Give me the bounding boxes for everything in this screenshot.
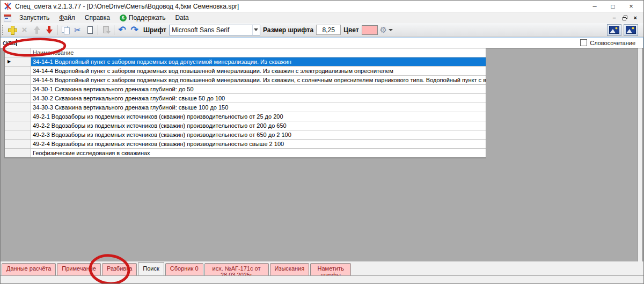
- row-header[interactable]: [5, 140, 31, 148]
- row-header[interactable]: [5, 67, 31, 75]
- row-text[interactable]: 34-30-3 Скважина вертикального дренажа г…: [31, 103, 486, 112]
- row-header[interactable]: [5, 112, 31, 121]
- row-header[interactable]: [5, 94, 31, 103]
- delete-button[interactable]: ×: [18, 24, 31, 36]
- menu-bar: Запустить Файл Справка $ Поддержать Data…: [1, 12, 643, 23]
- image-button-1[interactable]: [607, 24, 621, 36]
- row-header[interactable]: [5, 149, 31, 157]
- row-text[interactable]: 34-14-5 Водопойный пункт с забором подзе…: [31, 76, 486, 84]
- window-controls: – □ ×: [586, 1, 640, 12]
- row-text[interactable]: 49-2-4 Водозаборы из подземных источнико…: [31, 140, 486, 148]
- row-header-corner: [5, 48, 31, 57]
- tab-nametit[interactable]: Наметить шурфы: [310, 263, 351, 275]
- text-caret: [16, 39, 17, 46]
- table-row[interactable]: 34-30-1 Скважина вертикального дренажа г…: [5, 85, 486, 94]
- table-row[interactable]: 34-30-3 Скважина вертикального дренажа г…: [5, 103, 486, 112]
- row-text[interactable]: Геофизические исследования в скважинах: [31, 149, 486, 157]
- add-button[interactable]: [6, 24, 18, 36]
- row-text[interactable]: 34-30-2 Скважина вертикального дренажа г…: [31, 94, 486, 103]
- copy-icon: [62, 26, 69, 34]
- close-button[interactable]: ×: [622, 1, 640, 12]
- tab-razbivka[interactable]: Разбивка: [102, 263, 137, 275]
- table-row[interactable]: 34-14-4 Водопойный пункт с забором подзе…: [5, 67, 486, 76]
- tab-sbornik-0[interactable]: Сборник 0: [165, 263, 203, 275]
- font-size-input[interactable]: 8,25: [316, 25, 341, 35]
- move-down-button[interactable]: [43, 24, 55, 36]
- results-table: Наименование ▶ 34-14-1 Водопойный пункт …: [4, 48, 486, 158]
- menu-item-run[interactable]: Запустить: [14, 13, 54, 23]
- row-header[interactable]: [5, 103, 31, 112]
- phrase-checkbox[interactable]: [580, 39, 587, 46]
- row-text[interactable]: 34-14-1 Водопойный пункт с забором подзе…: [31, 57, 486, 66]
- tab-isx-ag-171s[interactable]: исх. №АГ-171с от 28.03.2025г: [204, 263, 269, 275]
- menu-item-donate[interactable]: $ Поддержать: [115, 13, 171, 23]
- font-label: Шрифт: [143, 26, 166, 34]
- minimize-button[interactable]: –: [586, 1, 604, 12]
- row-header[interactable]: ▶: [5, 57, 31, 66]
- table-row[interactable]: 34-30-2 Скважина вертикального дренажа г…: [5, 94, 486, 103]
- tab-dannye-rascheta[interactable]: Данные расчёта: [2, 263, 56, 275]
- menu-item-help[interactable]: Справка: [80, 13, 115, 23]
- row-text[interactable]: 49-2-1 Водозаборы из подземных источнико…: [31, 112, 486, 121]
- cut-button[interactable]: ✂: [71, 24, 84, 36]
- toolbar-separator: [114, 25, 114, 35]
- toolbar-separator: [98, 25, 98, 35]
- menu-item-data[interactable]: Data: [170, 13, 193, 23]
- vertical-scrollbar[interactable]: [638, 48, 642, 261]
- table-row[interactable]: 34-14-5 Водопойный пункт с забором подзе…: [5, 76, 486, 85]
- row-text[interactable]: 34-30-1 Скважина вертикального дренажа г…: [31, 85, 486, 93]
- maximize-button[interactable]: □: [604, 1, 622, 12]
- status-strip: [1, 275, 643, 284]
- image-button-2[interactable]: [624, 24, 638, 36]
- color-swatch[interactable]: [362, 25, 378, 35]
- row-header[interactable]: [5, 76, 31, 84]
- tab-izyskaniya[interactable]: Изыскания: [270, 263, 310, 275]
- chevron-down-icon[interactable]: [252, 25, 260, 35]
- delete-x-icon: ×: [22, 25, 27, 34]
- toolbar: × ✂ ↶ ↷ Шрифт Microsoft Sans Serif Разме…: [1, 23, 643, 37]
- table-row[interactable]: 49-2-3 Водозаборы из подземных источнико…: [5, 130, 486, 140]
- tab-poisk[interactable]: Поиск: [138, 262, 164, 275]
- redo-button[interactable]: ↷: [128, 24, 141, 36]
- redo-icon: ↷: [130, 25, 138, 34]
- settings-button[interactable]: ⚙: [378, 25, 395, 35]
- arrow-down-icon: [46, 26, 53, 34]
- toolbar-right-group: [607, 24, 641, 36]
- arrow-up-icon: [34, 26, 40, 34]
- paste-button[interactable]: [100, 24, 112, 36]
- new-page-button[interactable]: [84, 24, 96, 36]
- table-header-row: Наименование: [5, 48, 486, 57]
- row-text[interactable]: 34-14-4 Водопойный пункт с забором подзе…: [31, 67, 486, 75]
- mdi-minimize-button[interactable]: –: [612, 14, 616, 21]
- row-header[interactable]: [5, 130, 31, 139]
- row-text[interactable]: 49-2-3 Водозаборы из подземных источнико…: [31, 130, 486, 139]
- row-header[interactable]: [5, 85, 31, 93]
- font-combobox[interactable]: Microsoft Sans Serif: [169, 25, 260, 35]
- picture-icon: [626, 26, 636, 34]
- row-header[interactable]: [5, 121, 31, 130]
- toolbar-grip[interactable]: [2, 25, 4, 35]
- gear-icon: ⚙: [380, 26, 387, 34]
- font-size-label: Размер шрифта: [263, 26, 313, 34]
- table-row[interactable]: 49-2-2 Водозаборы из подземных источнико…: [5, 121, 486, 130]
- mdi-close-button[interactable]: ×: [634, 14, 637, 21]
- document-icon: [4, 14, 11, 21]
- menu-item-file[interactable]: Файл: [54, 13, 80, 23]
- column-header-name[interactable]: Наименование: [31, 48, 486, 57]
- table-row[interactable]: Геофизические исследования в скважинах: [5, 149, 486, 158]
- tab-primechanie[interactable]: Примечание: [57, 263, 101, 275]
- row-text[interactable]: 49-2-2 Водозаборы из подземных источнико…: [31, 121, 486, 130]
- mdi-restore-button[interactable]: [623, 16, 627, 20]
- undo-icon: ↶: [118, 25, 126, 34]
- table-row[interactable]: ▶ 34-14-1 Водопойный пункт с забором под…: [5, 57, 486, 67]
- move-up-button[interactable]: [31, 24, 43, 36]
- search-input[interactable]: сква: [1, 38, 580, 48]
- workspace: Наименование ▶ 34-14-1 Водопойный пункт …: [1, 48, 643, 261]
- window-title: Спец_смета v.2.1.3.77 - [D:\OneDrive\Сме…: [15, 3, 239, 10]
- copy-button[interactable]: [59, 24, 71, 36]
- app-icon: [4, 2, 12, 10]
- table-row[interactable]: 49-2-1 Водозаборы из подземных источнико…: [5, 112, 486, 121]
- phrase-checkbox-group: Словосочетание: [580, 39, 643, 46]
- undo-button[interactable]: ↶: [116, 24, 128, 36]
- table-row[interactable]: 49-2-4 Водозаборы из подземных источнико…: [5, 140, 486, 149]
